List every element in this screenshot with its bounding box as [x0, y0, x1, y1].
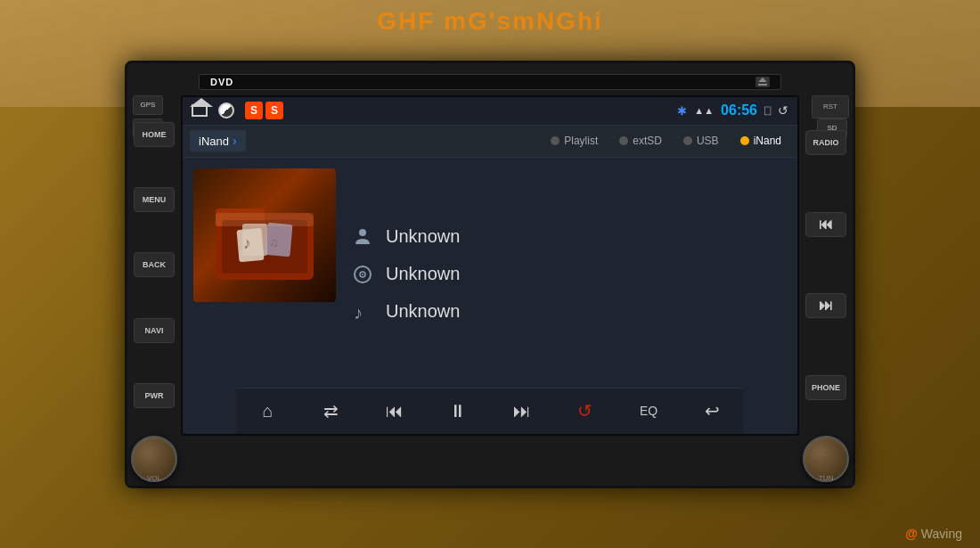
artist-row: Unknown — [350, 225, 787, 249]
vol-label: VOL — [131, 474, 177, 482]
tab-extsd[interactable]: extSD — [610, 131, 671, 151]
status-right: ✱ ▲▲ 06:56 ⎕ ↺ — [677, 102, 788, 119]
prev-button[interactable]: ⏮ — [379, 395, 411, 427]
album-text: Unknown — [386, 264, 460, 284]
album-row: Unknown — [350, 262, 787, 287]
screen: S S ✱ ▲▲ 06:56 ⎕ ↺ iNand › Playlist — [181, 95, 799, 436]
bottom-controls: ⌂ ⇄ ⏮ ⏸ ⏭ ↺ EQ ↩ — [236, 388, 744, 434]
folder-svg: ♪ ♫ — [211, 186, 318, 284]
back-button[interactable]: ↩ — [696, 395, 728, 427]
ss-badge-1: S — [245, 102, 263, 119]
tab-dot-extsd — [619, 136, 628, 145]
home-icon[interactable] — [192, 104, 208, 117]
brightness-icon[interactable] — [218, 102, 234, 119]
svg-text:♫: ♫ — [269, 235, 279, 249]
back-status-icon: ↺ — [778, 103, 788, 118]
source-inand-nav[interactable]: iNand › — [190, 130, 246, 151]
music-note-icon: ♪ — [350, 299, 375, 324]
radio-button[interactable]: RADIO — [805, 130, 846, 155]
menu-side-button[interactable]: MENU — [134, 187, 175, 212]
right-buttons-panel: RADIO ⏮ ⏭ PHONE — [799, 95, 853, 436]
play-pause-button[interactable]: ⏸ — [442, 395, 474, 427]
tab-dot-inand — [740, 136, 749, 145]
tab-playlist[interactable]: Playlist — [542, 131, 607, 151]
svg-point-12 — [362, 274, 363, 275]
svg-text:♪: ♪ — [354, 303, 363, 323]
brand-top-text: GHF mG'smNGhi — [377, 7, 603, 36]
status-bar: S S ✱ ▲▲ 06:56 ⎕ ↺ — [183, 97, 797, 126]
screen-cast-icon: ⎕ — [764, 104, 771, 117]
eq-button[interactable]: EQ — [633, 395, 665, 427]
chevron-icon: › — [233, 134, 237, 148]
title-row: ♪ Unknown — [350, 299, 787, 324]
time-display: 06:56 — [721, 102, 757, 119]
tab-dot-playlist — [551, 136, 559, 145]
shuffle-button[interactable]: ⇄ — [315, 395, 347, 427]
artist-icon — [350, 225, 375, 249]
repeat-button[interactable]: ↺ — [569, 395, 601, 427]
eject-button[interactable] — [755, 77, 770, 87]
svg-point-9 — [359, 229, 366, 236]
source-label-text: iNand — [199, 135, 229, 148]
home-side-button[interactable]: HOME — [134, 122, 175, 147]
disc-slot: DVD — [199, 74, 781, 90]
disc-icon — [350, 262, 375, 287]
tab-group: Playlist extSD USB iNand — [542, 131, 790, 151]
navi-side-button[interactable]: NAVI — [134, 318, 175, 343]
ss-badges: S S — [245, 102, 283, 119]
car-unit: DVD GPS MIC RST SD HOME MENU BACK NAVI P… — [125, 61, 855, 488]
bottom-strip: VOL TUN — [127, 436, 853, 486]
svg-text:♪: ♪ — [243, 234, 251, 252]
title-text: Unknown — [386, 301, 460, 322]
source-tabs: iNand › Playlist extSD USB iNan — [183, 126, 797, 158]
tab-usb-label: USB — [697, 135, 719, 147]
tab-dot-usb — [683, 136, 692, 145]
svg-rect-8 — [216, 213, 314, 226]
tab-playlist-label: Playlist — [564, 135, 598, 147]
track-info: Unknown Unknown — [350, 168, 787, 380]
status-left: S S — [192, 102, 283, 119]
pwr-side-button[interactable]: PWR — [134, 383, 175, 408]
skip-prev-right[interactable]: ⏮ — [805, 212, 846, 237]
album-art: ♪ ♫ — [193, 168, 336, 302]
tab-usb[interactable]: USB — [674, 131, 728, 151]
disc-label: DVD — [210, 77, 233, 87]
screen-home-button[interactable]: ⌂ — [252, 395, 284, 427]
ss-badge-2: S — [265, 102, 283, 119]
tab-inand-label: iNand — [754, 135, 781, 147]
tab-inand[interactable]: iNand — [731, 131, 790, 151]
artist-text: Unknown — [386, 226, 460, 247]
tab-extsd-label: extSD — [633, 135, 662, 147]
left-buttons-panel: HOME MENU BACK NAVI PWR — [127, 95, 181, 436]
tun-label: TUN — [803, 474, 849, 482]
phone-button[interactable]: PHONE — [805, 375, 846, 400]
wifi-icon: ▲▲ — [694, 105, 714, 116]
bluetooth-icon: ✱ — [677, 104, 687, 118]
back-side-button[interactable]: BACK — [134, 252, 175, 277]
skip-next-right[interactable]: ⏭ — [805, 293, 846, 318]
watermark-text: @ Waving — [905, 527, 962, 541]
main-content: ♪ ♫ Unknown — [183, 158, 797, 391]
next-button[interactable]: ⏭ — [506, 395, 538, 427]
